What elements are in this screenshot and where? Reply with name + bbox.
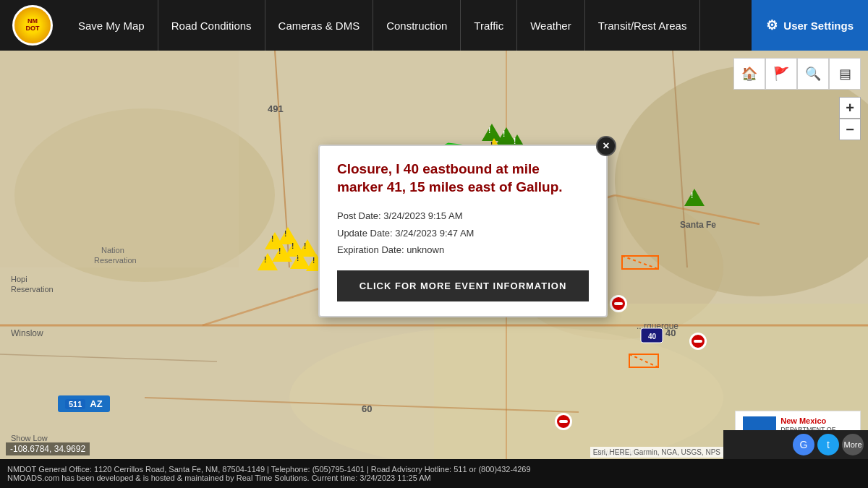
nav-road-conditions[interactable]: Road Conditions: [158, 0, 265, 51]
home-button[interactable]: 🏠: [733, 58, 765, 90]
popup-cta-button[interactable]: CLICK FOR MORE EVENT INFORMATION: [337, 270, 589, 301]
map-container[interactable]: 491 60 40 Hopi Reservation Winslow Santa…: [0, 51, 868, 488]
expiration-date-label: Expiration Date:: [337, 244, 404, 255]
svg-text:60: 60: [362, 403, 372, 414]
svg-text:Santa Fe: Santa Fe: [680, 220, 716, 230]
svg-text:Reservation: Reservation: [94, 256, 137, 265]
flag-button[interactable]: 🚩: [765, 58, 797, 90]
popup-content: Closure, I 40 eastbound at mile marker 4…: [320, 146, 606, 316]
google-button[interactable]: G: [793, 434, 814, 455]
update-date-label: Update Date:: [337, 228, 393, 239]
zoom-in-button[interactable]: +: [839, 97, 861, 119]
popup-dates: Post Date: 3/24/2023 9:15 AM Update Date…: [337, 207, 589, 258]
az-state-label: AZ: [90, 398, 102, 409]
update-date: Update Date: 3/24/2023 9:47 AM: [337, 225, 589, 241]
az-route-number: 511: [65, 399, 85, 409]
no-entry-marker-2: [610, 295, 627, 312]
map-toolbar: 🏠 🚩 🔍 ▤: [733, 58, 861, 90]
user-settings-button[interactable]: ⚙ User Settings: [752, 0, 868, 51]
search-button[interactable]: 🔍: [797, 58, 829, 90]
svg-rect-4: [0, 51, 239, 267]
update-date-value: 3/24/2023 9:47 AM: [395, 228, 474, 239]
footer-line-1: NMDOT General Office: 1120 Cerrillos Roa…: [7, 465, 861, 474]
post-date-value: 3/24/2023 9:15 AM: [383, 210, 462, 221]
twitter-button[interactable]: t: [817, 434, 839, 455]
svg-text:40: 40: [648, 333, 657, 341]
svg-text:491: 491: [268, 103, 284, 114]
footer-line-2: NMOADS.com has been developed & is hoste…: [7, 474, 861, 482]
zoom-out-button[interactable]: −: [839, 119, 861, 140]
nmdot-new-mexico: New Mexico: [780, 416, 853, 426]
map-zoom: + −: [839, 97, 861, 140]
map-coordinates: -108.6784, 34.9692: [6, 442, 90, 455]
post-date: Post Date: 3/24/2023 9:15 AM: [337, 207, 589, 224]
expiration-date: Expiration Date: unknown: [337, 241, 589, 258]
popup-close-button[interactable]: ×: [596, 136, 616, 156]
nav-construction[interactable]: Construction: [373, 0, 461, 51]
post-date-label: Post Date:: [337, 210, 381, 221]
navbar: NMDOT Save My Map Road Conditions Camera…: [0, 0, 868, 51]
svg-text:Show Low: Show Low: [11, 434, 48, 442]
svg-text:Nation: Nation: [101, 246, 124, 254]
no-entry-marker-4: [555, 413, 572, 430]
svg-text:Hopi: Hopi: [11, 275, 27, 283]
nmdot-logo-icon: NMDOT: [12, 5, 53, 46]
map-attribution: Esri, HERE, Garmin, NGA, USGS, NPS: [590, 447, 723, 458]
nav-save-my-map[interactable]: Save My Map: [65, 0, 158, 51]
green-marker-santa-fe: [684, 189, 705, 209]
social-bar: G t More: [723, 430, 868, 459]
more-button[interactable]: More: [842, 434, 864, 455]
warning-marker-8: [258, 253, 278, 273]
logo-text: NMDOT: [26, 18, 40, 33]
az-state-badge: 511 AZ: [58, 395, 110, 412]
no-entry-marker-3: [689, 333, 707, 350]
user-settings-label: User Settings: [783, 20, 854, 32]
expiration-date-value: unknown: [407, 244, 444, 255]
popup-title: Closure, I 40 eastbound at mile marker 4…: [337, 160, 589, 196]
nav-traffic[interactable]: Traffic: [461, 0, 517, 51]
svg-text:Reservation: Reservation: [11, 285, 54, 294]
nav-weather[interactable]: Weather: [517, 0, 584, 51]
gear-icon: ⚙: [766, 17, 778, 33]
footer: NMDOT General Office: 1120 Cerrillos Roa…: [0, 459, 868, 488]
nav-transit-rest[interactable]: Transit/Rest Areas: [585, 0, 701, 51]
logo-area: NMDOT: [0, 0, 65, 51]
nav-menu: Save My Map Road Conditions Cameras & DM…: [65, 0, 752, 51]
layers-button[interactable]: ▤: [829, 58, 861, 90]
svg-text:Winslow: Winslow: [11, 328, 43, 338]
popup: × Closure, I 40 eastbound at mile marker…: [318, 145, 608, 317]
nav-cameras-dms[interactable]: Cameras & DMS: [265, 0, 374, 51]
